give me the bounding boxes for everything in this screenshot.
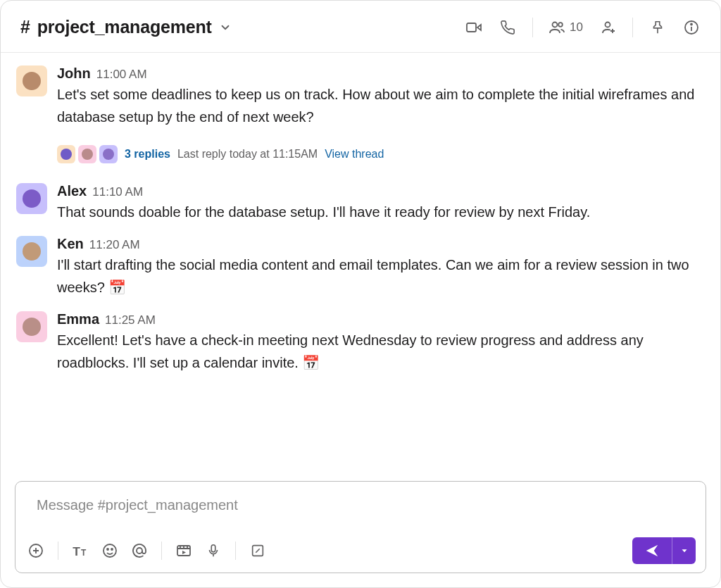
divider [58, 542, 58, 560]
avatar[interactable] [16, 236, 47, 267]
send-options-button[interactable] [672, 537, 696, 564]
message-input[interactable] [15, 482, 706, 530]
channel-header: # project_management 10 [1, 1, 720, 53]
message-timestamp: 11:20 AM [89, 238, 140, 252]
thread-summary[interactable]: 3 replies Last reply today at 11:15AM Vi… [57, 145, 701, 163]
message-text: Let's set some deadlines to keep us on t… [57, 83, 701, 128]
format-button[interactable]: TT [71, 542, 89, 560]
message-author[interactable]: Alex [57, 183, 87, 199]
shortcut-button[interactable] [249, 542, 267, 560]
chat-window: # project_management 10 [0, 0, 721, 588]
video-clip-button[interactable] [175, 542, 193, 560]
send-button[interactable] [632, 537, 672, 564]
svg-point-3 [606, 22, 610, 27]
svg-point-2 [558, 23, 563, 27]
message-text: That sounds doable for the database setu… [57, 201, 701, 223]
channel-title-button[interactable]: # project_management [20, 17, 232, 37]
avatar-mini [78, 145, 96, 163]
svg-point-12 [104, 544, 116, 557]
chevron-down-icon [219, 21, 232, 34]
message-item: John 11:00 AM Let's set some deadlines t… [1, 58, 720, 176]
pin-button[interactable] [648, 18, 667, 37]
view-thread-link[interactable]: View thread [325, 148, 384, 161]
composer: TT [15, 481, 706, 573]
emoji-button[interactable] [101, 542, 119, 560]
svg-marker-20 [682, 549, 686, 552]
info-button[interactable] [682, 18, 701, 37]
message-author[interactable]: Emma [57, 311, 99, 327]
svg-marker-17 [182, 551, 186, 554]
composer-toolbar: TT [15, 530, 706, 573]
add-member-button[interactable] [598, 18, 617, 37]
hash-icon: # [20, 17, 30, 37]
svg-rect-0 [467, 23, 476, 32]
message-timestamp: 11:25 AM [105, 313, 156, 327]
header-actions: 10 [465, 18, 701, 37]
svg-point-1 [553, 22, 558, 27]
message-timestamp: 11:10 AM [92, 185, 143, 199]
message-item: Alex 11:10 AM That sounds doable for the… [1, 176, 720, 229]
divider [632, 18, 633, 37]
message-author[interactable]: John [57, 65, 91, 82]
message-author[interactable]: Ken [57, 236, 84, 252]
svg-point-14 [111, 549, 113, 550]
avatar-mini [99, 145, 118, 163]
avatar[interactable] [16, 65, 47, 96]
members-button[interactable]: 10 [548, 19, 583, 36]
message-timestamp: 11:00 AM [96, 68, 147, 82]
svg-rect-18 [211, 545, 215, 552]
video-call-button[interactable] [465, 18, 483, 37]
phone-call-button[interactable] [499, 18, 517, 37]
avatar[interactable] [16, 311, 47, 342]
message-text: Excellent! Let's have a check-in meeting… [57, 329, 701, 374]
svg-point-15 [137, 548, 142, 553]
avatar-mini [57, 145, 75, 163]
svg-point-6 [691, 23, 692, 25]
divider [161, 542, 162, 560]
svg-text:T: T [81, 548, 87, 558]
mention-button[interactable] [130, 542, 149, 560]
message-item: Emma 11:25 AM Excellent! Let's have a ch… [1, 304, 720, 380]
audio-record-button[interactable] [204, 542, 222, 560]
thread-replies-count[interactable]: 3 replies [125, 148, 170, 161]
composer-area: TT [1, 481, 720, 587]
messages-list: John 11:00 AM Let's set some deadlines t… [1, 53, 720, 481]
avatar[interactable] [16, 183, 47, 214]
divider [532, 18, 533, 37]
message-text: I'll start drafting the social media con… [57, 254, 701, 299]
svg-text:T: T [73, 544, 80, 558]
divider [235, 542, 236, 560]
member-count: 10 [570, 20, 583, 35]
attach-button[interactable] [27, 542, 45, 560]
thread-participants [57, 145, 118, 163]
send-button-group [632, 537, 696, 564]
channel-name: project_management [37, 17, 212, 37]
message-item: Ken 11:20 AM I'll start drafting the soc… [1, 229, 720, 304]
svg-point-13 [107, 549, 108, 550]
thread-last-reply: Last reply today at 11:15AM [177, 148, 318, 161]
